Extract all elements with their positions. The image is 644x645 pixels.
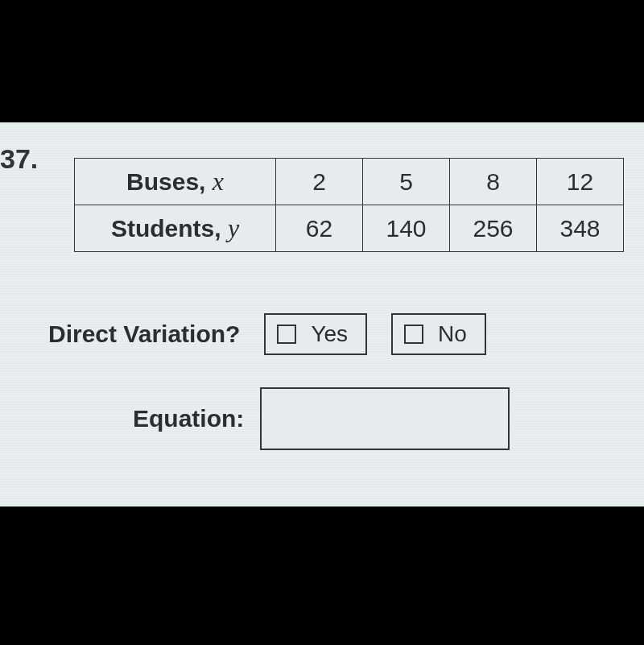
yes-label: Yes <box>311 321 348 347</box>
data-cell: 140 <box>363 205 450 252</box>
no-label: No <box>438 321 467 347</box>
data-cell: 8 <box>450 159 537 205</box>
direct-variation-row: Direct Variation? Yes No <box>48 313 486 355</box>
data-cell: 62 <box>276 205 363 252</box>
yes-choice[interactable]: Yes <box>264 313 367 355</box>
checkbox-icon <box>404 325 423 344</box>
row-header-students-text: Students, <box>111 215 228 242</box>
data-cell: 256 <box>450 205 537 252</box>
letterbox-top <box>0 0 644 122</box>
data-cell: 12 <box>537 159 624 205</box>
problem-number: 37. <box>0 143 38 175</box>
direct-variation-prompt: Direct Variation? <box>48 320 240 348</box>
row-header-buses: Buses, x <box>75 159 276 205</box>
checkbox-icon <box>277 325 296 344</box>
data-table: Buses, x 2 5 8 12 Students, y 62 140 256… <box>74 158 624 252</box>
variable-x: x <box>213 167 224 196</box>
equation-row: Equation: <box>133 387 510 450</box>
equation-label: Equation: <box>133 405 244 432</box>
worksheet-content: 37. Buses, x 2 5 8 12 Students, y 62 140… <box>0 122 644 506</box>
data-cell: 5 <box>363 159 450 205</box>
table-row: Buses, x 2 5 8 12 <box>75 159 624 205</box>
row-header-buses-text: Buses, <box>126 168 213 195</box>
letterbox-bottom <box>0 506 644 645</box>
no-choice[interactable]: No <box>391 313 486 355</box>
row-header-students: Students, y <box>75 205 276 252</box>
variable-y: y <box>228 213 239 242</box>
data-cell: 348 <box>537 205 624 252</box>
table-row: Students, y 62 140 256 348 <box>75 205 624 252</box>
data-cell: 2 <box>276 159 363 205</box>
equation-input[interactable] <box>260 387 510 450</box>
